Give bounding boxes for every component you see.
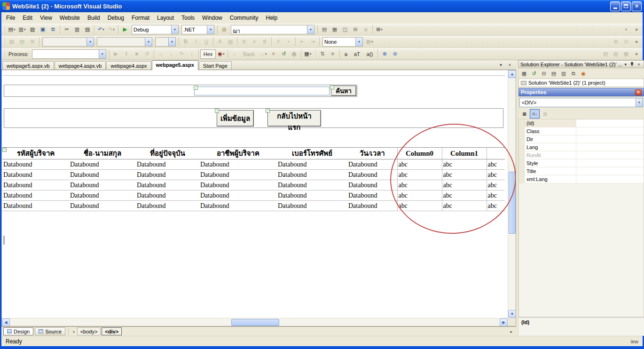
- cut-icon[interactable]: ✂: [62, 24, 72, 35]
- tab-webpage4-aspx-vb[interactable]: webpage4.aspx.vb: [55, 61, 106, 70]
- search-textbox[interactable]: [194, 87, 330, 95]
- chevron-down-icon[interactable]: ▾: [171, 25, 178, 34]
- property-row[interactable]: Class: [519, 127, 644, 135]
- menu-format[interactable]: Format: [128, 13, 153, 23]
- close-properties-icon[interactable]: ×: [635, 89, 642, 95]
- toolbox-icon[interactable]: ⊟: [350, 24, 361, 35]
- breadcrumb-tag[interactable]: <body>: [77, 327, 101, 335]
- align-center-icon[interactable]: ≡: [249, 37, 259, 47]
- property-pages-icon[interactable]: ▤: [540, 109, 550, 119]
- align-right-icon[interactable]: ≣: [259, 37, 270, 47]
- chevron-down-icon[interactable]: ▾: [145, 38, 152, 46]
- borders-combo[interactable]: None▾: [322, 37, 363, 47]
- tab-webpage5-aspx[interactable]: webpage5.aspx: [152, 60, 198, 70]
- save-all-icon[interactable]: ⧉: [48, 24, 58, 35]
- font-a-button[interactable]: a: [341, 49, 351, 59]
- chevron-down-icon[interactable]: ▾: [168, 38, 175, 46]
- close-button[interactable]: ×: [632, 1, 642, 11]
- refresh-page-icon[interactable]: ↺: [279, 49, 289, 59]
- tab-webpage4-aspx[interactable]: webpage4.aspx: [106, 61, 151, 70]
- italic-icon[interactable]: I: [191, 37, 201, 47]
- underline-icon[interactable]: U: [201, 37, 212, 47]
- sort-ascending-icon[interactable]: ⇅: [317, 49, 328, 59]
- property-value[interactable]: [576, 135, 644, 143]
- menu-build[interactable]: Build: [84, 13, 104, 23]
- font-at-button[interactable]: aT: [351, 49, 363, 59]
- data-grid[interactable]: รหัสผู้บริจาคชื่อ-นามสกุลที่อยู่ปัจจุบัน…: [2, 147, 505, 211]
- bulleted-list-icon[interactable]: •: [283, 37, 294, 47]
- chevron-down-icon[interactable]: ▾: [113, 28, 115, 32]
- stop-debugging-icon[interactable]: ■: [132, 49, 142, 59]
- increase-indent-icon[interactable]: ⇥: [307, 37, 318, 47]
- font-size-combo[interactable]: ▾: [155, 37, 176, 47]
- copy-website-icon[interactable]: ⧉: [569, 68, 578, 79]
- source-view-button[interactable]: Source: [35, 327, 65, 335]
- designer-vertical-scrollbar[interactable]: ▲ ▼: [508, 70, 516, 318]
- menu-debug[interactable]: Debug: [104, 13, 128, 23]
- highlighting-icon[interactable]: ▦▾: [364, 37, 375, 47]
- close-document-icon[interactable]: ×: [506, 62, 513, 69]
- property-value[interactable]: [576, 127, 644, 135]
- property-row[interactable]: Title: [519, 167, 644, 175]
- scroll-up-icon[interactable]: ▲: [508, 70, 516, 78]
- property-row[interactable]: xml:Lang: [519, 175, 644, 183]
- solution-explorer-icon[interactable]: ▤: [319, 24, 330, 35]
- tag-nav-right-icon[interactable]: ▸: [509, 329, 514, 334]
- active-files-dropdown-icon[interactable]: ▾: [497, 62, 504, 69]
- command-window-icon[interactable]: ⊞▾: [374, 24, 385, 35]
- auto-hide-pin-icon[interactable]: [629, 61, 636, 67]
- property-value[interactable]: [576, 167, 644, 175]
- properties-titlebar[interactable]: Properties ×: [518, 88, 644, 96]
- menu-community[interactable]: Community: [226, 13, 262, 23]
- toolbar-grip[interactable]: [3, 25, 5, 34]
- numbered-list-icon[interactable]: #: [273, 37, 283, 47]
- undo-icon[interactable]: ↶▾: [96, 24, 106, 35]
- toolbar-options-icon[interactable]: »: [631, 37, 642, 47]
- toolbar-options-icon[interactable]: »: [631, 24, 642, 35]
- background-color-icon[interactable]: ▨: [225, 37, 236, 47]
- details-view-icon[interactable]: ▥: [611, 49, 621, 59]
- save-icon[interactable]: ▣: [38, 24, 48, 35]
- property-value[interactable]: [576, 159, 644, 167]
- zoom-in-icon[interactable]: ⊕: [379, 49, 390, 59]
- step-over-icon[interactable]: ↷: [176, 49, 187, 59]
- horizontal-scroll-thumb[interactable]: [231, 319, 279, 326]
- sort-by-type-icon[interactable]: ≡: [328, 49, 338, 59]
- property-row[interactable]: Lang: [519, 143, 644, 151]
- property-value[interactable]: [576, 175, 644, 183]
- new-style-icon[interactable]: ▧: [7, 37, 17, 47]
- new-project-icon[interactable]: ▤▾: [7, 24, 17, 35]
- scroll-left-icon[interactable]: ◀: [2, 318, 10, 326]
- property-value[interactable]: [576, 119, 644, 127]
- attach-style-sheet-icon[interactable]: ▤: [17, 37, 27, 47]
- chevron-down-icon[interactable]: ▾: [223, 52, 225, 56]
- menu-window[interactable]: Window: [198, 13, 226, 23]
- step-into-icon[interactable]: ↓: [166, 49, 176, 59]
- breadcrumb-tag[interactable]: <div>: [102, 327, 122, 335]
- categorized-icon[interactable]: ▦: [519, 109, 529, 119]
- toolbar-grip[interactable]: [3, 50, 5, 58]
- menu-file[interactable]: File: [2, 13, 19, 23]
- foreground-color-icon[interactable]: A: [215, 37, 225, 47]
- start-page-shortcut-icon[interactable]: ⌂: [361, 24, 371, 35]
- insert-layer-icon[interactable]: ⊡: [621, 37, 631, 47]
- view-code-icon[interactable]: ▤: [549, 68, 558, 79]
- solution-root-item[interactable]: Solution 'WebSite1 (2)' (1 project): [528, 80, 605, 86]
- property-value[interactable]: [576, 151, 644, 159]
- tab-start-page[interactable]: Start Page: [199, 61, 232, 70]
- process-combo[interactable]: ▾: [32, 49, 106, 59]
- add-data-button[interactable]: เพิ่มข้อมูล: [217, 110, 254, 127]
- back-button[interactable]: Back: [240, 49, 258, 59]
- start-debugging-icon[interactable]: ▶: [120, 24, 130, 35]
- menu-tools[interactable]: Tools: [178, 13, 198, 23]
- property-row[interactable]: Style: [519, 159, 644, 167]
- step-out-icon[interactable]: ↑: [187, 49, 197, 59]
- restart-icon[interactable]: ↺: [142, 49, 152, 59]
- restore-button[interactable]: [621, 1, 631, 11]
- titlebar[interactable]: WebSite1 (2) - Microsoft Visual Studio ×: [0, 0, 644, 12]
- web-forward-icon[interactable]: →▾: [258, 49, 268, 59]
- chevron-down-icon[interactable]: ▾: [14, 28, 16, 32]
- design-surface[interactable]: ค้นหา เพิ่มข้อมูล กลับไปหน้าแรก รหัสผู้บ…: [1, 70, 516, 326]
- zoom-out-icon[interactable]: ⊖: [390, 49, 400, 59]
- breakpoints-window-icon[interactable]: ◉▾: [216, 49, 226, 59]
